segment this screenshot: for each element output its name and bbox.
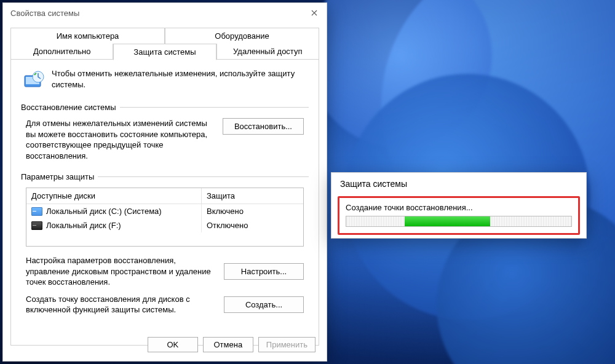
progress-dialog: Защита системы Создание точки восстановл… (331, 172, 587, 239)
system-properties-window: Свойства системы Имя компьютера Оборудов… (2, 2, 327, 362)
restore-group-label: Восстановление системы (21, 103, 309, 112)
progress-highlight: Создание точки восстановления... (338, 196, 580, 235)
disk-table: Доступные диски Защита Локальный диск (C… (26, 188, 304, 247)
disk-status: Включено (202, 204, 303, 218)
configure-button[interactable]: Настроить... (224, 263, 304, 280)
drive-icon (31, 207, 42, 216)
cancel-button[interactable]: Отмена (203, 337, 253, 352)
col-header-protection[interactable]: Защита (202, 188, 303, 204)
window-title: Свойства системы (10, 9, 79, 18)
tab-remote[interactable]: Удаленный доступ (216, 44, 319, 60)
ok-button[interactable]: OK (148, 337, 198, 352)
disk-name: Локальный диск (C:) (Система) (46, 207, 162, 216)
close-icon (311, 10, 317, 16)
system-protection-icon (21, 68, 46, 93)
drive-icon (31, 221, 42, 230)
progress-label: Создание точки восстановления... (346, 203, 572, 212)
progress-bar-fill (405, 216, 490, 226)
tab-computer-name[interactable]: Имя компьютера (10, 28, 165, 44)
params-group-label: Параметры защиты (21, 172, 309, 181)
tab-content: Чтобы отменить нежелательные изменения, … (10, 59, 319, 346)
create-description: Создать точку восстановления для дисков … (26, 294, 216, 315)
configure-description: Настройка параметров восстановления, упр… (26, 255, 216, 288)
title-bar: Свойства системы (3, 3, 327, 23)
disk-name: Локальный диск (F:) (46, 221, 121, 230)
col-header-disks[interactable]: Доступные диски (26, 188, 202, 204)
tab-advanced[interactable]: Дополнительно (10, 44, 113, 60)
table-row[interactable]: Локальный диск (C:) (Система) Включено (26, 204, 303, 218)
restore-button[interactable]: Восстановить... (223, 118, 304, 135)
close-button[interactable] (307, 6, 322, 20)
tab-hardware[interactable]: Оборудование (165, 28, 319, 44)
progress-title: Защита системы (331, 173, 586, 192)
progress-bar (346, 216, 572, 227)
restore-description: Для отмены нежелательных изменений систе… (26, 118, 215, 161)
tab-system-protection[interactable]: Защита системы (113, 44, 216, 60)
create-button[interactable]: Создать... (224, 296, 304, 313)
disk-status: Отключено (202, 218, 303, 232)
apply-button: Применить (258, 337, 315, 352)
intro-text: Чтобы отменить нежелательные изменения, … (52, 68, 309, 93)
table-row[interactable]: Локальный диск (F:) Отключено (26, 218, 303, 232)
